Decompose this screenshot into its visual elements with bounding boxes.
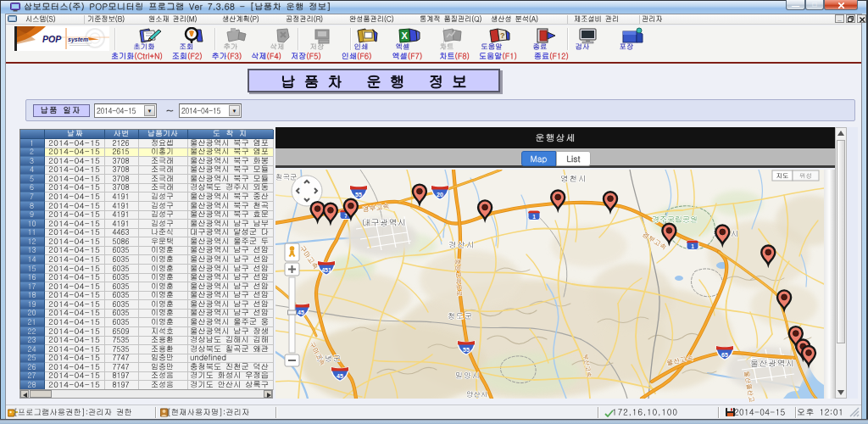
svg-text:45: 45 (298, 310, 304, 315)
svg-text:?: ? (500, 31, 505, 40)
svg-text:X: X (402, 31, 409, 41)
svg-text:45: 45 (337, 373, 343, 379)
svg-text:451: 451 (321, 267, 331, 273)
svg-text:1: 1 (691, 243, 694, 249)
svg-text:POP: POP (42, 34, 62, 44)
svg-text:1: 1 (532, 214, 536, 220)
svg-text:system: system (68, 36, 88, 43)
svg-text:55: 55 (355, 192, 362, 198)
svg-text:20: 20 (437, 192, 443, 198)
svg-text:55: 55 (463, 347, 470, 353)
svg-text:7: 7 (344, 213, 348, 219)
svg-text:65: 65 (721, 352, 728, 358)
